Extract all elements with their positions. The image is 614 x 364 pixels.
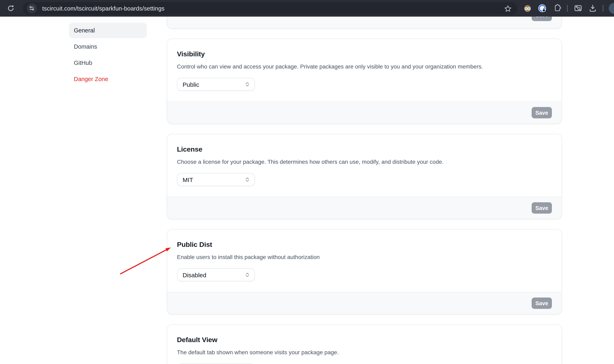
sidebar-item-domains[interactable]: Domains [69,39,147,54]
download-icon [588,4,597,13]
card-description: Choose a license for your package. This … [177,158,552,166]
download-button[interactable] [588,3,597,13]
bookmark-star-icon [504,5,512,12]
browser-avatar[interactable] [609,3,614,14]
toolbar-right-icons [520,0,614,17]
profile-extension-icon [523,4,532,13]
settings-content: Save Visibility Control who can view and… [167,0,562,364]
site-info-button[interactable] [27,3,37,13]
page: tscircuit.com/tscircuit/sparkfun-boards/… [0,0,614,364]
card-description: Enable users to install this package wit… [177,253,552,261]
card-title: Public Dist [177,239,552,250]
sidebar-item-github[interactable]: GitHub [69,55,147,71]
card-footer: Save [167,196,562,219]
card-footer: Save [167,292,562,314]
screen-search-button[interactable] [573,3,583,13]
profile-extension-button[interactable] [523,3,532,13]
url-text[interactable]: tscircuit.com/tscircuit/sparkfun-boards/… [42,5,518,12]
select-value: Public [183,81,199,88]
toolbar-separator [567,5,568,12]
chevron-up-down-icon [245,272,250,278]
settings-sidebar: General Domains GitHub Danger Zone [69,23,147,88]
save-button[interactable]: Save [532,298,552,309]
bookmark-button[interactable] [503,4,512,13]
reload-button[interactable] [4,1,17,15]
card-description: Control who can view and access your pac… [177,62,552,71]
password-manager-button[interactable] [537,3,547,13]
save-button[interactable]: Save [532,107,552,118]
address-bar[interactable]: tscircuit.com/tscircuit/sparkfun-boards/… [23,2,518,14]
sidebar-item-danger-zone[interactable]: Danger Zone [69,71,147,87]
card-footer: Save [167,101,562,124]
chevron-up-down-icon [245,81,250,87]
save-button[interactable]: Save [532,202,552,214]
toolbar-separator [603,5,603,12]
default-view-card: Default View The default tab shown when … [167,324,562,364]
sidebar-item-general[interactable]: General [69,23,147,38]
chevron-up-down-icon [245,177,250,182]
browser-toolbar: tscircuit.com/tscircuit/sparkfun-boards/… [0,0,614,17]
select-value: MIT [183,176,193,183]
card-description: The default tab shown when someone visit… [177,348,552,356]
public-dist-card: Public Dist Enable users to install this… [167,229,562,314]
screen-search-icon [574,4,582,13]
public-dist-select[interactable]: Disabled [177,268,255,281]
card-title: Default View [177,334,552,346]
visibility-select[interactable]: Public [177,78,255,91]
extensions-icon [553,4,561,13]
select-value: Disabled [183,271,206,278]
card-title: License [177,144,552,155]
visibility-card: Visibility Control who can view and acce… [167,39,562,124]
card-title: Visibility [177,49,552,60]
extensions-button[interactable] [552,3,562,13]
license-card: License Choose a license for your packag… [167,134,562,219]
reload-icon [7,4,14,12]
license-select[interactable]: MIT [177,173,255,186]
password-manager-icon [537,3,547,13]
site-info-icon [29,5,35,11]
